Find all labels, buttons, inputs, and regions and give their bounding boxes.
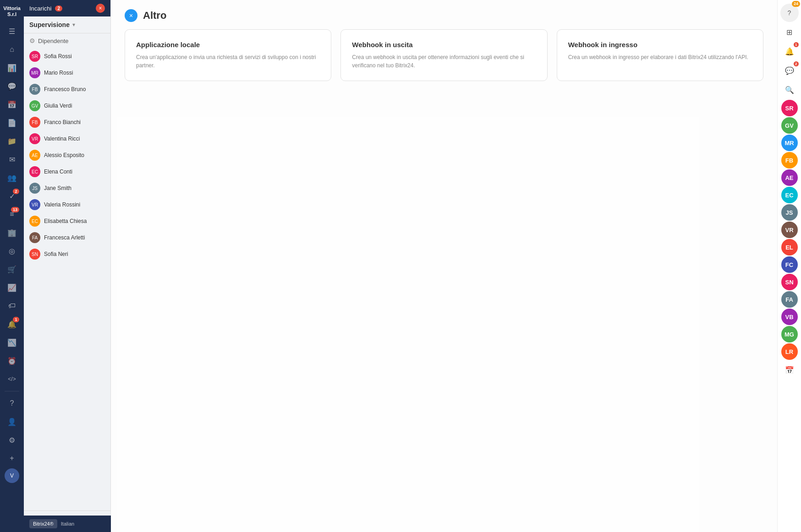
- building-icon[interactable]: 🏢: [4, 224, 20, 241]
- modal-title: Altro: [143, 10, 166, 22]
- list-item[interactable]: AE Alessio Esposito: [24, 147, 110, 163]
- dipendente-gear-icon[interactable]: ⚙: [29, 37, 35, 44]
- right-avatar-9[interactable]: EL: [781, 239, 798, 255]
- tag-icon[interactable]: 🏷: [4, 298, 20, 314]
- card-title-2: Webhook in uscita: [352, 41, 536, 49]
- clock-icon[interactable]: ⏰: [4, 353, 20, 369]
- right-avatar-8[interactable]: VR: [781, 222, 798, 238]
- emp-name: Valentina Ricci: [44, 136, 80, 142]
- bottom-bar: Bitrix24® Italian: [24, 516, 111, 532]
- supervisione-arrow: ▾: [72, 22, 75, 28]
- user-avatar-main[interactable]: V: [5, 468, 19, 483]
- avatar: FB: [29, 117, 40, 128]
- emp-name: Franco Bianchi: [44, 119, 81, 125]
- language-button[interactable]: Italian: [61, 521, 74, 527]
- list-item[interactable]: JS Jane Smith: [24, 180, 110, 196]
- list-item[interactable]: MR Mario Rossi: [24, 65, 110, 81]
- panel-header: Incarichi 2 ×: [24, 0, 110, 16]
- email-icon[interactable]: ✉: [4, 151, 20, 168]
- emp-name: Valeria Rossini: [44, 201, 80, 208]
- avatar: FB: [29, 84, 40, 95]
- menu-icon[interactable]: ☰: [4, 23, 20, 39]
- folder-icon[interactable]: 📁: [4, 133, 20, 149]
- right-avatar-15[interactable]: LR: [781, 343, 798, 360]
- panel-close-button[interactable]: ×: [96, 4, 105, 13]
- analytics-icon[interactable]: 📈: [4, 279, 20, 296]
- avatar: JS: [29, 183, 40, 194]
- list-item[interactable]: FA Francesca Arletti: [24, 229, 110, 246]
- avatar: FA: [29, 232, 40, 243]
- right-avatar-7[interactable]: JS: [781, 204, 798, 221]
- bar-chart-icon[interactable]: 📉: [4, 334, 20, 351]
- list-item[interactable]: EC Elena Conti: [24, 163, 110, 180]
- card-desc-3: Crea un webhook in ingresso per elaborar…: [568, 53, 752, 61]
- person-add-icon[interactable]: 👤: [4, 413, 20, 430]
- emp-name: Francesca Arletti: [44, 234, 85, 241]
- question-icon[interactable]: ?: [4, 395, 20, 412]
- list-item[interactable]: FB Franco Bianchi: [24, 114, 110, 130]
- qr-right-icon[interactable]: ⊞: [780, 23, 799, 41]
- card-title-3: Webhook in ingresso: [568, 41, 752, 49]
- modal-close-button[interactable]: ×: [125, 9, 137, 22]
- emp-name: Jane Smith: [44, 185, 71, 191]
- avatar: SN: [29, 249, 40, 260]
- emp-name: Alessio Esposito: [44, 152, 84, 158]
- card-title-1: Applicazione locale: [136, 41, 320, 49]
- modal-header: × Altro: [111, 0, 777, 29]
- right-avatar-14[interactable]: MG: [781, 326, 798, 342]
- right-sidebar: ? ⊞ 🔔 1 💬 2 🔍 SR GV MR FB AE EC JS VR EL…: [777, 0, 801, 532]
- right-avatar-1[interactable]: SR: [781, 100, 798, 116]
- list-item[interactable]: SR Sofia Rossi: [24, 48, 110, 65]
- list-item[interactable]: VR Valeria Rossini: [24, 196, 110, 213]
- tasks-icon[interactable]: ✓2: [4, 188, 20, 204]
- webhook-uscita-card[interactable]: Webhook in uscita Crea un webhook in usc…: [340, 29, 547, 81]
- list-item[interactable]: SN Sofia Neri: [24, 246, 110, 262]
- applicazione-locale-card[interactable]: Applicazione locale Crea un'applicazione…: [125, 29, 331, 81]
- webhook-ingresso-card[interactable]: Webhook in ingresso Crea un webhook in i…: [557, 29, 763, 81]
- avatar: VR: [29, 199, 40, 210]
- right-avatar-5[interactable]: AE: [781, 169, 798, 186]
- avatar: AE: [29, 150, 40, 161]
- users-icon[interactable]: 👥: [4, 169, 20, 186]
- bell-icon[interactable]: 🔔1: [4, 316, 20, 332]
- settings-icon[interactable]: ⚙: [4, 432, 20, 448]
- list-icon[interactable]: ≡13: [4, 206, 20, 223]
- file-icon[interactable]: 📄: [4, 114, 20, 131]
- list-item[interactable]: VR Valentina Ricci: [24, 130, 110, 147]
- emp-name: Sofia Rossi: [44, 53, 72, 60]
- modal-overlay: × Altro Applicazione locale Crea un'appl…: [111, 0, 777, 532]
- cart-icon[interactable]: 🛒: [4, 261, 20, 277]
- right-avatar-13[interactable]: VB: [781, 309, 798, 325]
- list-item[interactable]: EC Elisabetta Chiesa: [24, 213, 110, 229]
- notification-right-wrapper: 💬 2: [780, 61, 799, 80]
- avatar: GV: [29, 100, 40, 111]
- search-right-icon[interactable]: 🔍: [780, 81, 799, 99]
- panel-header-badge: 2: [55, 5, 62, 11]
- right-avatar-11[interactable]: SN: [781, 274, 798, 290]
- chart-icon[interactable]: 📊: [4, 60, 20, 76]
- code-icon[interactable]: </>: [4, 371, 20, 387]
- avatar: VR: [29, 133, 40, 144]
- bitrix-button[interactable]: Bitrix24®: [29, 519, 57, 528]
- main-content: × Altro Applicazione locale Crea un'appl…: [111, 0, 777, 532]
- home-icon[interactable]: ⌂: [4, 41, 20, 58]
- right-avatar-4[interactable]: FB: [781, 152, 798, 168]
- right-avatar-3[interactable]: MR: [781, 135, 798, 151]
- right-avatar-12[interactable]: FA: [781, 291, 798, 308]
- app-logo[interactable]: Vittoria S.r.l 24: [0, 5, 24, 17]
- left-sidebar: Vittoria S.r.l 24 ☰ ⌂ 📊 💬 📅 📄 📁 ✉ 👥 ✓2 ≡…: [0, 0, 24, 532]
- target-icon[interactable]: ◎: [4, 243, 20, 259]
- right-avatar-2[interactable]: GV: [781, 117, 798, 134]
- supervisione-title: Supervisione: [29, 21, 70, 28]
- calendar-icon[interactable]: 📅: [4, 96, 20, 113]
- right-avatar-10[interactable]: FC: [781, 256, 798, 273]
- list-item[interactable]: FB Francesco Bruno: [24, 81, 110, 98]
- right-avatar-6[interactable]: EC: [781, 187, 798, 203]
- bell-right-wrapper: 🔔 1: [780, 42, 799, 60]
- chat-icon[interactable]: 💬: [4, 78, 20, 94]
- emp-name: Elena Conti: [44, 168, 72, 175]
- plus-icon[interactable]: +: [4, 450, 20, 467]
- list-item[interactable]: GV Giulia Verdi: [24, 98, 110, 114]
- bell-right-badge: 1: [794, 42, 798, 47]
- calendar-right-icon[interactable]: 📅: [780, 361, 799, 379]
